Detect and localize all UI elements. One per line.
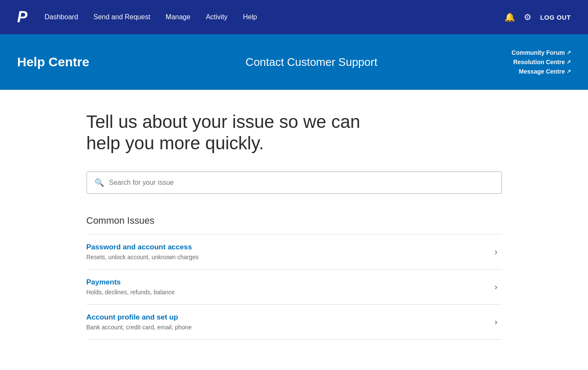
main-headline: Tell us about your issue so we can help …: [87, 111, 386, 154]
nav-right: 🔔 ⚙ LOG OUT: [504, 12, 571, 22]
search-box: 🔍: [87, 172, 502, 194]
issue-desc: Bank account, credit card, email, phone: [87, 324, 192, 331]
chevron-right-icon: ›: [495, 282, 498, 292]
chevron-right-icon: ›: [495, 317, 498, 327]
nav-item-help[interactable]: Help: [243, 13, 257, 21]
nav-item-send-request[interactable]: Send and Request: [93, 13, 150, 21]
issue-item[interactable]: Payments Holds, declines, refunds, balan…: [87, 269, 502, 305]
issue-desc: Holds, declines, refunds, balance: [87, 289, 175, 296]
issue-desc: Resets, unlock account, unknown charges: [87, 254, 199, 260]
message-centre-link[interactable]: Message Centre ↗: [519, 68, 571, 75]
resolution-centre-link[interactable]: Resolution Centre ↗: [513, 59, 571, 65]
paypal-logo: P: [17, 8, 27, 26]
nav-item-dashboard[interactable]: Dashboard: [45, 13, 78, 21]
chevron-right-icon: ›: [495, 247, 498, 257]
issue-title: Password and account access: [87, 243, 199, 252]
search-icon: 🔍: [95, 178, 104, 187]
issues-list: Password and account access Resets, unlo…: [87, 234, 502, 340]
external-link-icon: ↗: [567, 50, 571, 56]
common-issues-title: Common Issues: [87, 215, 502, 226]
issue-title: Account profile and set up: [87, 313, 192, 322]
issue-title: Payments: [87, 278, 175, 287]
notification-icon[interactable]: 🔔: [504, 12, 515, 22]
settings-icon[interactable]: ⚙: [524, 12, 531, 22]
common-issues-section: Common Issues Password and account acces…: [87, 215, 502, 340]
nav-links: Dashboard Send and Request Manage Activi…: [45, 13, 504, 21]
external-link-icon: ↗: [567, 68, 571, 74]
community-forum-link[interactable]: Community Forum ↗: [512, 49, 571, 56]
contact-customer-support: Contact Customer Support: [111, 56, 512, 69]
issue-item[interactable]: Password and account access Resets, unlo…: [87, 234, 502, 269]
search-input[interactable]: [109, 179, 494, 186]
logout-button[interactable]: LOG OUT: [540, 14, 571, 21]
help-banner: Help Centre Contact Customer Support Com…: [0, 34, 588, 90]
help-links: Community Forum ↗ Resolution Centre ↗ Me…: [512, 49, 571, 75]
help-centre-title: Help Centre: [17, 55, 111, 69]
external-link-icon: ↗: [567, 59, 571, 65]
main-content: Tell us about your issue so we can help …: [69, 90, 519, 361]
issue-item[interactable]: Account profile and set up Bank account,…: [87, 305, 502, 340]
top-navigation: P Dashboard Send and Request Manage Acti…: [0, 0, 588, 34]
nav-item-activity[interactable]: Activity: [206, 13, 228, 21]
nav-item-manage[interactable]: Manage: [166, 13, 191, 21]
